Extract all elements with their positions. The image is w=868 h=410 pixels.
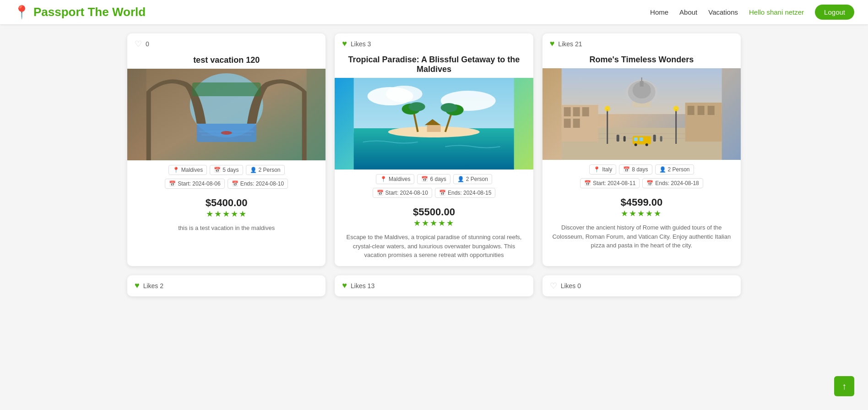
location-icon-3: 📍 bbox=[593, 166, 600, 173]
calendar-icon-2: 📅 bbox=[421, 176, 428, 182]
cal-end-icon-3: 📅 bbox=[646, 180, 653, 186]
card-2-description[interactable]: Escape to the Maldives, a tropical parad… bbox=[335, 230, 533, 266]
card-3-image bbox=[542, 68, 741, 160]
main-content: ♡ 0 test vacation 120 bbox=[114, 24, 754, 306]
card-3-price: $4599.00 bbox=[550, 197, 733, 208]
card-2-persons: 👤 2 Person bbox=[453, 174, 492, 184]
card-3-meta: 📍 Italy 📅 8 days 👤 2 Person bbox=[542, 160, 741, 176]
svg-rect-31 bbox=[573, 107, 580, 116]
location-icon-1: 📍 bbox=[173, 167, 179, 173]
svg-rect-26 bbox=[640, 81, 643, 87]
svg-rect-6 bbox=[192, 82, 261, 96]
card-3-dates: 📅 Start: 2024-08-11 📅 Ends: 2024-08-18 bbox=[542, 176, 741, 192]
heart-icon-1[interactable]: ♡ bbox=[135, 39, 142, 49]
card-1-end: 📅 Ends: 2024-08-10 bbox=[228, 179, 288, 189]
heart-icon-2[interactable]: ♥ bbox=[342, 39, 347, 49]
card-1-start: 📅 Start: 2024-08-06 bbox=[165, 179, 224, 189]
svg-point-50 bbox=[634, 143, 637, 146]
navbar: 📍 Passport The World Home About Vacation… bbox=[0, 0, 868, 24]
bottom-card-1: ♥ Likes 2 bbox=[127, 275, 326, 296]
card-2-end: 📅 Ends: 2024-08-15 bbox=[435, 188, 495, 198]
card-3-stars: ★★★★★ bbox=[550, 208, 733, 219]
hello-text: Hello shani netzer bbox=[749, 8, 804, 16]
svg-rect-30 bbox=[564, 107, 570, 116]
card-3-start: 📅 Start: 2024-08-11 bbox=[580, 178, 640, 188]
svg-rect-44 bbox=[623, 136, 625, 142]
card-1-persons: 👤 2 Person bbox=[246, 165, 285, 175]
card-3-description[interactable]: Discover the ancient history of Rome wit… bbox=[542, 220, 741, 257]
svg-rect-33 bbox=[564, 119, 570, 128]
card-2-dates: 📅 Start: 2024-08-10 📅 Ends: 2024-08-15 bbox=[335, 186, 533, 202]
bottom-row: ♥ Likes 2 ♥ Likes 13 ♡ Likes 0 bbox=[127, 275, 741, 296]
cal-end-icon-2: 📅 bbox=[439, 190, 446, 196]
likes-count-1: 0 bbox=[146, 40, 149, 48]
card-3-price-section: $4599.00 ★★★★★ bbox=[542, 192, 741, 220]
svg-point-18 bbox=[441, 103, 457, 112]
bottom-card-2: ♥ Likes 13 bbox=[335, 275, 533, 296]
brand-title: Passport The World bbox=[33, 5, 146, 19]
likes-count-2: Likes 3 bbox=[351, 40, 371, 48]
bottom-heart-2[interactable]: ♥ bbox=[342, 281, 347, 290]
bottom-card-3: ♡ Likes 0 bbox=[542, 275, 741, 296]
heart-icon-3[interactable]: ♥ bbox=[550, 39, 555, 49]
card-2-image bbox=[335, 78, 533, 169]
cal-end-icon-1: 📅 bbox=[232, 180, 239, 187]
card-1-description: this is a test vacation in the maldives bbox=[127, 221, 326, 239]
card-1-dates: 📅 Start: 2024-08-06 📅 Ends: 2024-08-10 bbox=[127, 177, 326, 192]
card-1-image bbox=[127, 69, 326, 160]
svg-rect-36 bbox=[687, 106, 694, 115]
card-2-meta: 📍 Maldives 📅 6 days 👤 2 Person bbox=[335, 169, 533, 186]
likes-count-3: Likes 21 bbox=[558, 40, 582, 48]
cal-start-icon-1: 📅 bbox=[169, 180, 176, 187]
card-1-location: 📍 Maldives bbox=[168, 165, 207, 175]
card-2-stars: ★★★★★ bbox=[342, 218, 526, 228]
card-2-price: $5500.00 bbox=[342, 206, 526, 218]
svg-point-51 bbox=[645, 143, 648, 146]
calendar-icon-1: 📅 bbox=[214, 167, 221, 173]
cal-start-icon-2: 📅 bbox=[377, 190, 384, 196]
vacation-card-3: ♥ Likes 21 Rome's Timeless Wonders bbox=[542, 33, 741, 266]
nav-vacations[interactable]: Vacations bbox=[708, 8, 738, 16]
svg-point-9 bbox=[386, 86, 423, 102]
card-1-price: $5400.00 bbox=[135, 197, 318, 209]
card-3-location: 📍 Italy bbox=[589, 164, 616, 175]
vacation-card-1: ♡ 0 test vacation 120 bbox=[127, 33, 326, 266]
person-icon-3: 👤 bbox=[659, 166, 666, 173]
svg-point-15 bbox=[409, 102, 425, 111]
bottom-likes-1: Likes 2 bbox=[143, 282, 163, 290]
nav-home[interactable]: Home bbox=[650, 8, 668, 16]
svg-rect-19 bbox=[427, 125, 441, 132]
card-1-stars: ★★★★★ bbox=[135, 209, 318, 219]
card-2-location: 📍 Maldives bbox=[376, 174, 414, 184]
card-1-title: test vacation 120 bbox=[127, 51, 326, 69]
svg-rect-43 bbox=[616, 135, 619, 142]
card-3-title: Rome's Timeless Wonders bbox=[542, 50, 741, 68]
logout-button[interactable]: Logout bbox=[815, 5, 854, 20]
svg-point-5 bbox=[221, 131, 232, 135]
card-2-price-section: $5500.00 ★★★★★ bbox=[335, 202, 533, 230]
svg-rect-37 bbox=[697, 106, 704, 115]
svg-rect-34 bbox=[573, 119, 580, 128]
card-2-start: 📅 Start: 2024-08-10 bbox=[373, 188, 432, 198]
svg-point-42 bbox=[673, 106, 678, 111]
card-3-end: 📅 Ends: 2024-08-18 bbox=[642, 178, 703, 188]
card-3-header: ♥ Likes 21 bbox=[542, 33, 741, 50]
card-1-meta: 📍 Maldives 📅 5 days 👤 2 Person bbox=[127, 160, 326, 177]
location-icon-2: 📍 bbox=[380, 176, 387, 182]
svg-rect-32 bbox=[582, 107, 589, 116]
bottom-likes-2: Likes 13 bbox=[351, 282, 374, 290]
svg-rect-46 bbox=[660, 136, 662, 142]
svg-point-40 bbox=[604, 106, 610, 111]
bottom-heart-1[interactable]: ♥ bbox=[135, 281, 140, 290]
svg-rect-49 bbox=[639, 137, 643, 141]
bottom-heart-3[interactable]: ♡ bbox=[550, 281, 557, 291]
person-icon-1: 👤 bbox=[250, 167, 257, 173]
calendar-icon-3: 📅 bbox=[623, 166, 630, 173]
card-3-persons: 👤 2 Person bbox=[655, 164, 694, 175]
card-3-duration: 📅 8 days bbox=[619, 164, 652, 175]
svg-rect-48 bbox=[634, 137, 637, 141]
card-1-price-section: $5400.00 ★★★★★ bbox=[127, 192, 326, 221]
cards-grid: ♡ 0 test vacation 120 bbox=[127, 33, 741, 266]
nav-links: Home About Vacations Hello shani netzer … bbox=[650, 5, 854, 20]
nav-about[interactable]: About bbox=[679, 8, 697, 16]
